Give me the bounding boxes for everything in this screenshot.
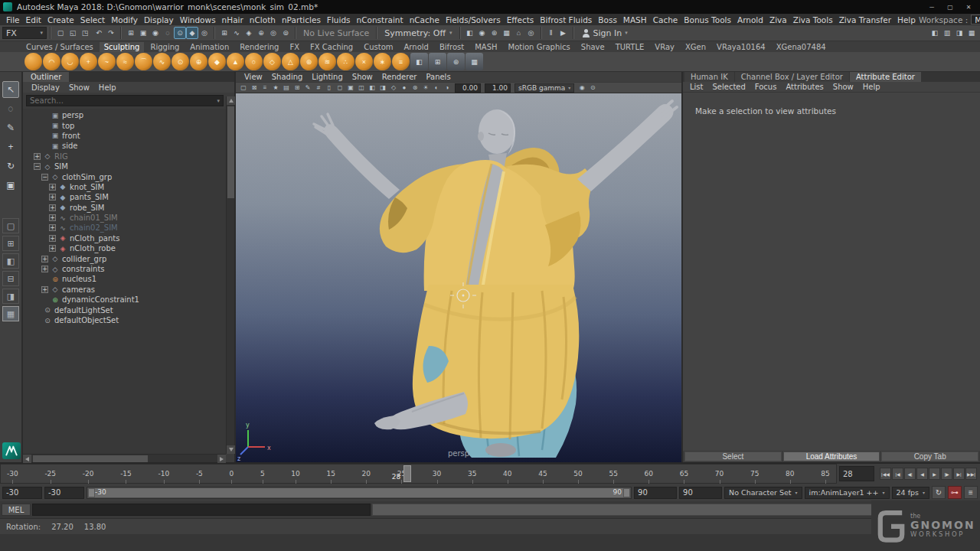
attribute-editor-menu-item[interactable]: Focus bbox=[751, 83, 781, 91]
viewport-canvas[interactable]: y x z persp bbox=[236, 93, 681, 462]
snap-icon[interactable]: ◎ bbox=[267, 27, 279, 39]
expander-icon[interactable]: + bbox=[41, 256, 48, 262]
outliner-item[interactable]: dynamicConstraint1 bbox=[23, 295, 226, 305]
attribute-editor-menu-item[interactable]: Help bbox=[859, 83, 884, 91]
animation-end-field[interactable] bbox=[679, 487, 722, 499]
shelf-tool-icon[interactable]: ○ bbox=[245, 53, 263, 70]
status-icon[interactable]: ◱ bbox=[67, 27, 79, 39]
shelf-tool-icon[interactable]: ▲ bbox=[227, 53, 244, 70]
expander-icon[interactable]: + bbox=[41, 266, 48, 272]
expander-icon[interactable]: + bbox=[34, 153, 41, 160]
fps-selector[interactable]: 24 fps bbox=[892, 487, 929, 499]
playback-button[interactable]: |◀◀ bbox=[880, 468, 891, 480]
viewport-menu-item[interactable]: Show bbox=[348, 73, 377, 81]
menu-item[interactable]: Edit bbox=[23, 15, 44, 24]
tool-button[interactable]: ▣ bbox=[2, 177, 19, 194]
menu-item[interactable]: Boss bbox=[595, 15, 620, 24]
right-panel-tab[interactable]: Channel Box / Layer Editor bbox=[735, 72, 849, 82]
shelf-tool-icon[interactable]: ◠ bbox=[43, 53, 60, 70]
viewport-toolbar-icon[interactable]: ⊙ bbox=[587, 83, 598, 93]
shelf-tool-icon[interactable]: ⊙ bbox=[172, 53, 189, 70]
playback-button[interactable]: ◀| bbox=[904, 468, 916, 480]
attribute-editor-menu-item[interactable]: List bbox=[686, 83, 707, 91]
shelf-tool-icon[interactable]: ⊛ bbox=[447, 53, 465, 70]
outliner-item[interactable]: + knot_SIM bbox=[23, 182, 226, 192]
viewport-toolbar-icon[interactable]: ▣ bbox=[345, 83, 356, 93]
selection-mode-icon[interactable]: ◉ bbox=[149, 27, 162, 39]
shelf-tool-icon[interactable]: ⊛ bbox=[300, 53, 318, 70]
status-icon[interactable]: ↷ bbox=[105, 27, 117, 39]
shelf-tool-icon[interactable]: ◧ bbox=[410, 53, 428, 70]
menu-item[interactable]: Select bbox=[77, 15, 108, 24]
shelf-tab[interactable]: Arnold bbox=[400, 42, 433, 52]
scroll-left-button[interactable] bbox=[23, 455, 31, 463]
exposure-field[interactable]: 0.00 bbox=[455, 83, 481, 93]
range-slider[interactable]: -30 90 bbox=[87, 487, 632, 499]
shelf-tab[interactable]: Rendering bbox=[235, 42, 283, 52]
viewport-toolbar-icon[interactable]: ◇ bbox=[388, 83, 399, 93]
menu-item[interactable]: nCloth bbox=[247, 15, 279, 24]
viewport-toolbar-icon[interactable]: ☀ bbox=[420, 83, 431, 93]
viewport-scene[interactable]: y x z bbox=[236, 93, 681, 462]
outliner-item[interactable]: front bbox=[23, 131, 226, 141]
playback-button[interactable]: ▶▶| bbox=[965, 468, 977, 480]
attribute-editor-button[interactable]: Copy Tab bbox=[881, 452, 978, 461]
outliner-horizontal-scrollbar[interactable] bbox=[23, 454, 226, 462]
shelf-tab[interactable]: Bifrost bbox=[435, 42, 469, 52]
window-control-button[interactable]: ✕ bbox=[960, 2, 977, 12]
viewport-toolbar-icon[interactable]: ▤ bbox=[281, 83, 292, 93]
outliner-item[interactable]: + nCloth_pants bbox=[23, 233, 226, 243]
menu-item[interactable]: nHair bbox=[219, 15, 247, 24]
shelf-tool-icon[interactable]: ≡ bbox=[392, 53, 410, 70]
shelf-tab[interactable]: Shave bbox=[577, 42, 609, 52]
window-control-button[interactable]: ▢ bbox=[942, 2, 959, 12]
scrollbar-thumb[interactable] bbox=[33, 455, 148, 462]
tool-button[interactable]: ◌ bbox=[2, 100, 19, 117]
outliner-item[interactable]: + pants_SIM bbox=[23, 192, 226, 202]
workspace-selector[interactable]: Maya Classic* bbox=[971, 15, 980, 24]
outliner-item[interactable]: + RIG bbox=[23, 152, 226, 161]
viewport-toolbar-icon[interactable]: ⊛ bbox=[410, 83, 420, 93]
menu-item[interactable]: MASH bbox=[620, 15, 650, 24]
symmetry-selector[interactable]: Symmetry: Off bbox=[381, 28, 456, 38]
viewport-menu-item[interactable]: Renderer bbox=[378, 73, 421, 81]
auto-keyframe-icon[interactable]: ⊶ bbox=[948, 486, 962, 499]
outliner-item[interactable]: defaultLightSet bbox=[23, 305, 226, 315]
viewport-toolbar-icon[interactable]: ✎ bbox=[302, 83, 313, 93]
outliner-item[interactable]: nucleus1 bbox=[23, 274, 226, 284]
render-icon[interactable]: ◉ bbox=[476, 27, 488, 39]
outliner-item[interactable]: + chain01_SIM bbox=[23, 213, 226, 223]
menu-item[interactable]: Create bbox=[44, 15, 77, 24]
shelf-tab[interactable]: Custom bbox=[359, 42, 397, 52]
shelf-tool-icon[interactable]: ⊕ bbox=[190, 53, 207, 70]
shelf-tool-icon[interactable]: ∴ bbox=[337, 53, 354, 70]
playback-button[interactable]: ▶ bbox=[929, 468, 940, 480]
viewport-toolbar-icon[interactable]: ◨ bbox=[377, 83, 388, 93]
selection-mode-icon[interactable]: ◆ bbox=[186, 27, 198, 39]
viewport-toolbar-icon[interactable]: ● bbox=[399, 83, 410, 93]
outliner-item[interactable]: top bbox=[23, 120, 226, 130]
viewport-toolbar-icon[interactable]: ⊠ bbox=[249, 83, 260, 93]
outliner-item[interactable]: + cameras bbox=[23, 285, 226, 295]
panel-toggle-icon[interactable]: ◧ bbox=[929, 27, 941, 39]
viewport-toolbar-icon[interactable]: ◐ bbox=[431, 83, 442, 93]
outliner-menu-item[interactable]: Help bbox=[95, 83, 120, 92]
tool-button[interactable]: ↻ bbox=[2, 158, 19, 174]
viewport-toolbar-icon[interactable]: ▢ bbox=[238, 83, 249, 93]
anim-layer-selector[interactable]: im:AnimLayer1 ++ bbox=[805, 487, 890, 499]
attribute-editor-button[interactable]: Select bbox=[684, 452, 782, 461]
expander-icon[interactable]: + bbox=[49, 245, 56, 252]
shelf-tool-icon[interactable]: ◇ bbox=[263, 53, 281, 70]
menu-set-selector[interactable]: FX bbox=[2, 27, 47, 39]
outliner-item[interactable]: + nCloth_robe bbox=[23, 243, 226, 253]
time-slider[interactable]: -30-25-20-15-10-505101520253035404550556… bbox=[0, 464, 837, 484]
expander-icon[interactable]: + bbox=[49, 214, 56, 221]
selection-mode-icon[interactable]: ▣ bbox=[137, 27, 149, 39]
right-panel-tab[interactable]: Attribute Editor bbox=[850, 72, 921, 82]
outliner-item[interactable]: side bbox=[23, 141, 226, 151]
viewport-toolbar-icon[interactable]: ◧ bbox=[367, 83, 377, 93]
attribute-editor-menu-item[interactable]: Attributes bbox=[782, 83, 827, 91]
render-icon[interactable]: ⊛ bbox=[488, 27, 501, 39]
outliner-vertical-scrollbar[interactable] bbox=[226, 96, 234, 454]
snap-icon[interactable]: ⊕ bbox=[255, 27, 267, 39]
